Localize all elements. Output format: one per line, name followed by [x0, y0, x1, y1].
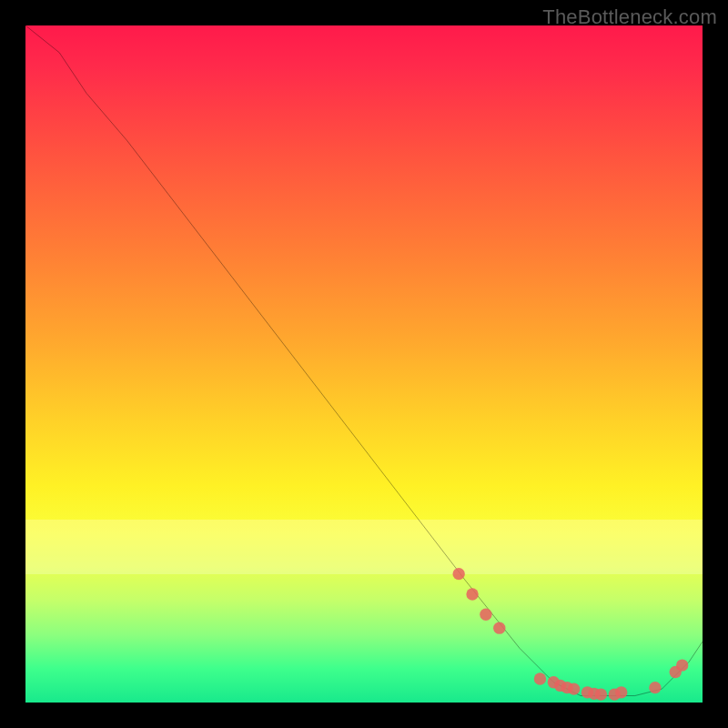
- highlight-point: [615, 686, 627, 698]
- highlight-point: [568, 682, 580, 694]
- highlight-point: [493, 622, 505, 633]
- highlight-markers: [452, 568, 688, 701]
- highlight-point: [466, 588, 478, 600]
- highlight-point: [480, 609, 491, 621]
- bottleneck-curve-path: [25, 25, 703, 696]
- watermark-text: TheBottleneck.com: [542, 5, 717, 29]
- curve-layer: [25, 25, 703, 696]
- highlight-point: [595, 688, 607, 700]
- chart-frame: TheBottleneck.com: [0, 0, 728, 728]
- highlight-point: [452, 568, 464, 580]
- plot-svg: [25, 25, 703, 703]
- highlight-point: [649, 682, 661, 693]
- highlight-point: [676, 659, 688, 671]
- highlight-point: [534, 672, 546, 684]
